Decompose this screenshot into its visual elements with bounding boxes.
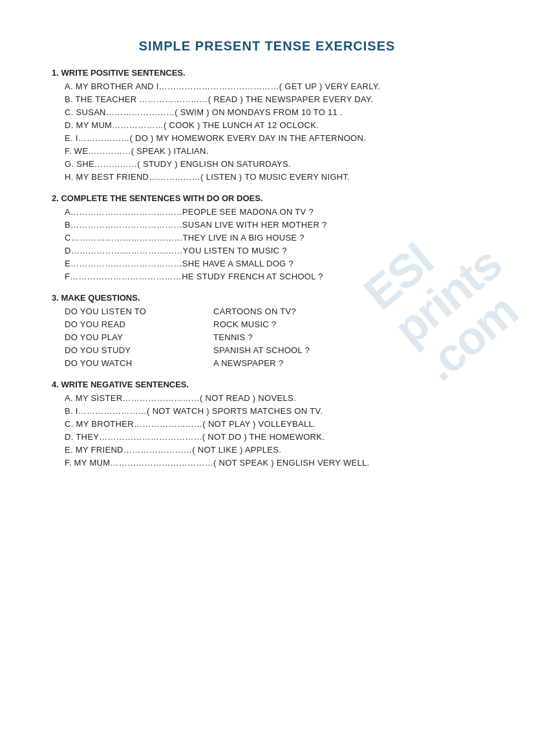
list-item: A. MY SISTER………………………( NOT READ ) NOVELS… <box>65 393 482 403</box>
section-1-title: WRITE POSITIVE SENTENCES. <box>61 68 185 78</box>
list-item: E…………………………………SHE HAVE A SMALL DOG ? <box>65 259 482 268</box>
section-3-title: MAKE QUESTIONS. <box>61 293 140 303</box>
section3-row: DO YOU STUDY SPANISH AT SCHOOL ? <box>65 345 482 355</box>
section3-left: DO YOU LISTEN TO <box>65 307 213 316</box>
list-item: F. WE……………( SPEAK ) ITALIAN. <box>65 146 482 156</box>
section-4-list: A. MY SISTER………………………( NOT READ ) NOVELS… <box>52 393 482 468</box>
list-item: E. I………………( DO ) MY HOMEWORK EVERY DAY I… <box>65 133 482 143</box>
list-item: C. SUSAN……………………( SWIM ) ON MONDAYS FROM… <box>65 107 482 117</box>
list-item: C…………………………………THEY LIVE IN A BIG HOUSE ? <box>65 233 482 243</box>
section-2: 2. COMPLETE THE SENTENCES WITH DO OR DOE… <box>52 193 482 281</box>
section3-left: DO YOU PLAY <box>65 332 213 342</box>
section-3: 3. MAKE QUESTIONS. DO YOU LISTEN TO CART… <box>52 293 482 368</box>
list-item: H. MY BEST FRIEND………………( LISTEN ) TO MUS… <box>65 172 482 182</box>
section-1-list: A. MY BROTHER AND I……………………………………( GET U… <box>52 81 482 182</box>
list-item: F. MY MUM………………………………( NOT SPEAK ) ENGLI… <box>65 458 482 468</box>
section-1-header: 1. WRITE POSITIVE SENTENCES. <box>52 68 482 78</box>
section3-left: DO YOU STUDY <box>65 345 213 355</box>
section3-right: CARTOONS ON TV? <box>213 307 482 316</box>
page-title: SIMPLE PRESENT TENSE EXERCISES <box>52 39 482 54</box>
section-4: 4. WRITE NEGATIVE SENTENCES. A. MY SISTE… <box>52 380 482 468</box>
list-item: E. MY FRIEND……………………( NOT LIKE ) APPLES. <box>65 445 482 455</box>
section-2-title: COMPLETE THE SENTENCES WITH DO OR DOES. <box>61 193 262 203</box>
list-item: D. MY MUM………………( COOK ) THE LUNCH AT 12 … <box>65 120 482 130</box>
section3-row: DO YOU WATCH A NEWSPAPER ? <box>65 358 482 368</box>
section-3-number: 3. <box>52 293 61 303</box>
list-item: D…………………………………YOU LISTEN TO MUSIC ? <box>65 246 482 255</box>
list-item: A. MY BROTHER AND I……………………………………( GET U… <box>65 81 482 91</box>
section3-row: DO YOU READ ROCK MUSIC ? <box>65 319 482 329</box>
section-3-rows: DO YOU LISTEN TO CARTOONS ON TV? DO YOU … <box>52 307 482 368</box>
list-item: D. THEY………………………………( NOT DO ) THE HOMEWO… <box>65 432 482 442</box>
section3-row: DO YOU PLAY TENNIS ? <box>65 332 482 342</box>
section-2-number: 2. <box>52 193 61 203</box>
list-item: B. I……………………( NOT WATCH ) SPORTS MATCHES… <box>65 406 482 416</box>
list-item: G. SHE……………( STUDY ) ENGLISH ON SATURDAY… <box>65 159 482 169</box>
section3-left: DO YOU READ <box>65 319 213 329</box>
list-item: B. THE TEACHER ……………………( READ ) THE NEWS… <box>65 94 482 104</box>
section3-right: SPANISH AT SCHOOL ? <box>213 345 482 355</box>
section-4-header: 4. WRITE NEGATIVE SENTENCES. <box>52 380 482 389</box>
section-2-list: A…………………………………PEOPLE SEE MADONA ON TV ? … <box>52 207 482 281</box>
section3-left: DO YOU WATCH <box>65 358 213 368</box>
list-item: F…………………………………HE STUDY FRENCH AT SCHOOL … <box>65 272 482 281</box>
section-1-number: 1. <box>52 68 61 78</box>
section3-row: DO YOU LISTEN TO CARTOONS ON TV? <box>65 307 482 316</box>
list-item: A…………………………………PEOPLE SEE MADONA ON TV ? <box>65 207 482 217</box>
section3-right: ROCK MUSIC ? <box>213 319 482 329</box>
section-2-header: 2. COMPLETE THE SENTENCES WITH DO OR DOE… <box>52 193 482 203</box>
section-1: 1. WRITE POSITIVE SENTENCES. A. MY BROTH… <box>52 68 482 182</box>
list-item: B…………………………………SUSAN LIVE WITH HER MOTHER… <box>65 220 482 230</box>
section3-right: TENNIS ? <box>213 332 482 342</box>
section-4-number: 4. <box>52 380 61 389</box>
section-3-header: 3. MAKE QUESTIONS. <box>52 293 482 303</box>
list-item: C. MY BROTHER……………………( NOT PLAY ) VOLLEY… <box>65 419 482 429</box>
section-4-title: WRITE NEGATIVE SENTENCES. <box>61 380 189 389</box>
section3-right: A NEWSPAPER ? <box>213 358 482 368</box>
